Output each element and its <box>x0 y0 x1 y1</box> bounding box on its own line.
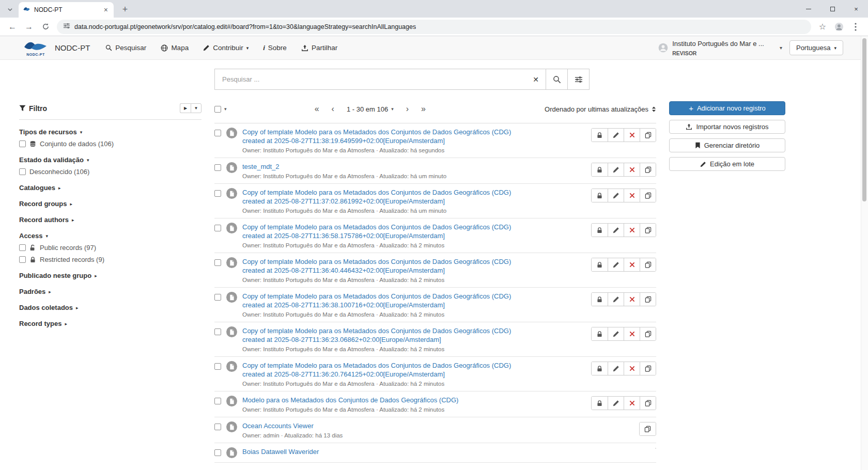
privileges-lock-button[interactable] <box>592 397 608 410</box>
advanced-filters-button[interactable] <box>567 69 589 89</box>
duplicate-record-button[interactable] <box>640 293 656 306</box>
brand-name[interactable]: NODC-PT <box>55 43 90 52</box>
next-page-button[interactable]: › <box>406 105 409 113</box>
record-title-link[interactable]: Copy of template Modelo para os Metadado… <box>242 292 532 309</box>
edit-record-button[interactable] <box>608 224 624 237</box>
facet-tipos-de-recursos[interactable]: Tipos de recursos▾ <box>19 128 202 136</box>
duplicate-record-button[interactable] <box>640 422 656 435</box>
profile-avatar-icon[interactable] <box>832 20 846 34</box>
record-title-link[interactable]: Copy of template Modelo para os Metadado… <box>242 188 532 206</box>
edit-record-button[interactable] <box>608 258 624 271</box>
facet-padroes[interactable]: Padrões▸ <box>19 288 202 295</box>
forward-icon[interactable]: → <box>22 20 36 34</box>
record-checkbox[interactable] <box>214 363 221 370</box>
user-menu[interactable]: Instituto Português do Mar e ... REVISOR… <box>658 39 789 57</box>
edit-record-button[interactable] <box>608 397 624 410</box>
search-input[interactable] <box>215 69 526 89</box>
nav-partilhar[interactable]: Partilhar <box>301 44 337 52</box>
duplicate-record-button[interactable] <box>640 189 656 202</box>
search-button[interactable] <box>546 69 567 89</box>
nodc-logo[interactable]: NODC-PT <box>24 40 48 56</box>
record-checkbox[interactable] <box>214 424 221 430</box>
record-checkbox[interactable] <box>214 328 221 335</box>
edit-record-button[interactable] <box>608 163 624 176</box>
browser-tab[interactable]: NODC-PT × <box>19 2 114 18</box>
privileges-lock-button[interactable] <box>592 362 608 375</box>
duplicate-record-button[interactable] <box>640 163 656 176</box>
edit-record-button[interactable] <box>608 362 624 375</box>
facet-estado-da-validacao[interactable]: Estado da validação▾ <box>19 156 202 164</box>
nav-pesquisar[interactable]: Pesquisar <box>105 44 146 52</box>
record-title-link[interactable]: Boias Datawell Waverider <box>242 447 532 456</box>
nav-sobre[interactable]: i Sobre <box>263 44 287 52</box>
delete-record-button[interactable] <box>624 189 640 202</box>
record-checkbox[interactable] <box>214 259 221 266</box>
bookmark-star-icon[interactable]: ☆ <box>815 20 830 34</box>
checkbox[interactable] <box>19 140 26 147</box>
facet-record-authors[interactable]: Record authors▸ <box>19 216 202 224</box>
record-checkbox[interactable] <box>214 449 221 456</box>
import-records-button[interactable]: Importar novos registros <box>669 120 785 134</box>
maximize-button[interactable] <box>820 0 844 18</box>
duplicate-record-button[interactable] <box>640 258 656 271</box>
privileges-lock-button[interactable] <box>592 258 608 271</box>
last-page-button[interactable]: » <box>421 105 426 113</box>
facet-item-public-records[interactable]: Public records (97) <box>19 244 202 252</box>
facet-item-conjunto-de-dados[interactable]: Conjunto de dados (106) <box>19 140 202 148</box>
delete-record-button[interactable] <box>624 258 640 271</box>
page-scrollbar[interactable] <box>861 36 868 470</box>
sort-selector[interactable]: Ordenado por ultimas atualizações <box>545 105 656 113</box>
record-checkbox[interactable] <box>214 130 221 136</box>
kebab-menu-icon[interactable] <box>848 20 863 34</box>
duplicate-record-button[interactable] <box>640 327 656 340</box>
site-info-icon[interactable] <box>63 22 70 32</box>
record-title-link[interactable]: Copy of template Modelo para os Metadado… <box>242 326 532 344</box>
record-title-link[interactable]: Ocean Accounts Viewer <box>242 421 532 430</box>
checkbox[interactable] <box>19 168 26 175</box>
duplicate-record-button[interactable] <box>640 397 656 410</box>
record-title-link[interactable]: Copy of template Modelo para os Metadado… <box>242 257 532 275</box>
select-all-dropdown[interactable]: ▾ <box>214 106 227 113</box>
record-checkbox[interactable] <box>214 164 221 171</box>
add-new-record-button[interactable]: + Adicionar novo registro <box>669 101 785 115</box>
select-all-checkbox[interactable] <box>214 106 221 113</box>
delete-record-button[interactable] <box>624 163 640 176</box>
facet-dados-coletados[interactable]: Dados coletados▸ <box>19 304 202 311</box>
privileges-lock-button[interactable] <box>592 327 608 340</box>
url-bar[interactable]: data.nodc-portugal.pt/geonetwork/srv/por… <box>57 20 811 34</box>
minimize-button[interactable] <box>797 0 820 18</box>
first-page-button[interactable]: « <box>315 105 319 113</box>
record-checkbox[interactable] <box>214 225 221 231</box>
facet-publicado-neste-grupo[interactable]: Publicado neste grupo▸ <box>19 272 202 279</box>
scrollbar-thumb[interactable] <box>862 38 866 201</box>
nav-contribuir[interactable]: Contribuir ▾ <box>203 44 249 52</box>
edit-record-button[interactable] <box>608 293 624 306</box>
nav-mapa[interactable]: Mapa <box>161 44 189 52</box>
record-title-link[interactable]: Copy of template Modelo para os Metadado… <box>242 361 532 379</box>
back-icon[interactable]: ← <box>5 20 20 34</box>
delete-record-button[interactable] <box>624 327 640 340</box>
edit-record-button[interactable] <box>608 189 624 202</box>
language-selector[interactable]: Portuguesa ▾ <box>789 40 843 55</box>
batch-edit-button[interactable]: Edição em lote <box>669 157 785 171</box>
checkbox[interactable] <box>19 256 26 263</box>
record-title-link[interactable]: Modelo para os Metadados dos Conjuntos d… <box>242 396 532 404</box>
delete-record-button[interactable] <box>624 293 640 306</box>
privileges-lock-button[interactable] <box>592 293 608 306</box>
privileges-lock-button[interactable] <box>592 129 608 142</box>
duplicate-record-button[interactable] <box>640 362 656 375</box>
facet-record-groups[interactable]: Record groups▸ <box>19 200 202 208</box>
close-window-button[interactable]: × <box>844 0 868 18</box>
record-title-link[interactable]: teste_mdt_2 <box>242 162 532 171</box>
record-checkbox[interactable] <box>214 294 221 301</box>
record-title-link[interactable]: Copy of template Modelo para os Metadado… <box>242 223 532 240</box>
edit-record-button[interactable] <box>608 327 624 340</box>
previous-page-button[interactable]: ‹ <box>332 105 334 113</box>
facet-item-restricted-records[interactable]: Restricted records (9) <box>19 256 202 263</box>
filter-options-button[interactable]: ▼ <box>191 103 202 113</box>
facet-access[interactable]: Access▾ <box>19 232 202 240</box>
reload-icon[interactable] <box>38 20 53 34</box>
checkbox[interactable] <box>19 244 26 251</box>
privileges-lock-button[interactable] <box>592 189 608 202</box>
delete-record-button[interactable] <box>624 129 640 142</box>
